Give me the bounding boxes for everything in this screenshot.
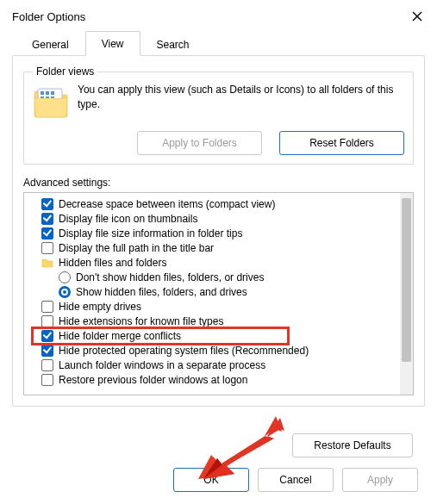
folder-icon [33,84,69,121]
checkbox-icon[interactable] [41,345,53,357]
list-item: Hidden files and folders [28,255,411,270]
close-button[interactable] [409,9,425,24]
radio-icon[interactable] [59,271,71,283]
item-label: Decrease space between items (compact vi… [59,198,275,210]
item-label: Hide empty drives [59,301,141,313]
folder-views-description: You can apply this view (such as Details… [78,83,404,112]
group-title: Folder views [33,65,97,78]
list-item[interactable]: Hide folder merge conflicts [28,328,411,343]
svg-rect-4 [46,91,49,95]
item-label: Hide folder merge conflicts [59,330,181,342]
tab-general[interactable]: General [16,32,85,56]
list-item[interactable]: Don't show hidden files, folders, or dri… [28,270,411,284]
checkbox-icon[interactable] [41,359,53,371]
checkbox-icon[interactable] [41,242,53,254]
ok-button[interactable]: OK [173,468,249,492]
list-item[interactable]: Show hidden files, folders, and drives [28,284,411,299]
list-item[interactable]: Decrease space between items (compact vi… [28,196,411,211]
item-label: Hide extensions for known file types [59,315,223,327]
restore-defaults-button[interactable]: Restore Defaults [292,433,413,457]
cancel-button[interactable]: Cancel [258,468,334,492]
item-label: Hidden files and folders [59,257,166,269]
scrollbar[interactable] [400,193,413,395]
tab-view[interactable]: View [85,31,140,56]
checkbox-icon[interactable] [41,374,53,386]
apply-button[interactable]: Apply [342,468,418,492]
checkbox-icon[interactable] [41,198,53,210]
window-title: Folder Options [12,10,85,23]
list-item[interactable]: Hide extensions for known file types [28,314,411,328]
checkbox-icon[interactable] [41,213,53,225]
folder-views-group: Folder views You can apply this view (su… [23,72,414,165]
item-label: Display the full path in the title bar [59,242,214,254]
list-item[interactable]: Launch folder windows in a separate proc… [28,358,411,372]
scroll-thumb[interactable] [402,198,411,362]
item-label: Display file icon on thumbnails [59,213,197,225]
checkbox-icon[interactable] [41,301,53,313]
item-label: Restore previous folder windows at logon [59,374,247,386]
item-label: Launch folder windows in a separate proc… [59,359,265,371]
checkbox-icon[interactable] [41,315,53,327]
list-item[interactable]: Hide protected operating system files (R… [28,343,411,358]
folder-icon [41,257,53,269]
checkbox-icon[interactable] [41,330,53,342]
apply-to-folders-button[interactable]: Apply to Folders [137,131,262,155]
advanced-settings-listbox[interactable]: Decrease space between items (compact vi… [23,192,414,395]
item-label: Show hidden files, folders, and drives [76,286,247,298]
item-label: Don't show hidden files, folders, or dri… [76,271,264,283]
reset-folders-button[interactable]: Reset Folders [279,131,404,155]
list-item[interactable]: Display file icon on thumbnails [28,211,411,226]
advanced-settings-label: Advanced settings: [23,177,414,189]
tab-search[interactable]: Search [140,32,206,56]
checkbox-icon[interactable] [41,227,53,240]
close-icon [411,10,423,22]
item-label: Display file size information in folder … [59,227,242,240]
list-item[interactable]: Display the full path in the title bar [28,240,411,255]
radio-icon[interactable] [59,286,71,298]
svg-rect-3 [41,91,44,95]
item-label: Hide protected operating system files (R… [59,345,309,357]
svg-rect-5 [51,91,54,95]
list-item[interactable]: Hide empty drives [28,299,411,314]
list-item[interactable]: Display file size information in folder … [28,226,411,240]
list-item[interactable]: Restore previous folder windows at logon [28,372,411,387]
